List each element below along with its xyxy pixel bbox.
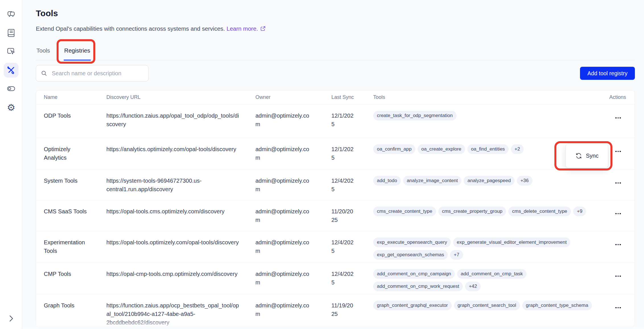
sync-icon	[575, 152, 582, 159]
registry-last-sync: 11/20/2025	[331, 207, 355, 224]
tools-icon	[7, 65, 16, 75]
sidebar-item-library[interactable]	[4, 26, 18, 41]
registry-tools: add_todoanalyze_image_contentanalyze_pag…	[373, 170, 609, 200]
row-actions-menu-button[interactable]	[614, 115, 622, 120]
tool-chip: add_todo	[373, 176, 401, 186]
sidebar-item-content[interactable]	[4, 44, 18, 59]
page-title: Tools	[36, 8, 644, 19]
registry-last-sync: 12/4/2025	[331, 176, 355, 193]
registry-discovery-url: https://function.zaius.app/opal_tool_odp…	[106, 111, 240, 128]
tool-chip-more: +9	[573, 207, 586, 216]
registries-table: Name Discovery URL Owner Last Sync Tools…	[36, 90, 635, 327]
tab-bar: Tools Registries	[36, 47, 635, 60]
registry-owner: admin@optimizely.com	[255, 145, 312, 162]
registry-discovery-url: https://function.zaius.app/ocp_bestbets_…	[106, 301, 240, 327]
registry-name: Experimentation Tools	[44, 238, 94, 255]
registry-owner: admin@optimizely.com	[255, 207, 312, 224]
registry-name: ODP Tools	[44, 111, 94, 120]
registry-tools: exp_execute_opensearch_queryexp_generate…	[373, 231, 609, 263]
registry-name: CMP Tools	[44, 270, 94, 278]
registry-tools: graph_content_graphql_executorgraph_cont…	[373, 294, 609, 327]
tool-chip-more: +36	[517, 176, 532, 186]
registry-last-sync: 12/4/2025	[331, 270, 355, 287]
registry-owner: admin@optimizely.com	[255, 238, 312, 255]
main-content: Tools Extend Opal's capabilities with co…	[22, 0, 644, 329]
tool-chip: add_comment_on_cmp_campaign	[373, 269, 455, 279]
row-actions-menu-button[interactable]	[614, 242, 622, 247]
sidebar-item-toggles[interactable]	[4, 82, 18, 96]
library-icon	[7, 28, 16, 38]
tool-chip: graph_content_type_schema	[522, 301, 592, 310]
sidebar: ⚙	[0, 0, 22, 329]
tool-chip: add_comment_on_cmp_task	[457, 269, 527, 279]
row-actions-menu-button[interactable]	[614, 180, 622, 186]
registry-discovery-url: https://opal-cmp-tools.cmp.optimizely.co…	[106, 270, 240, 278]
registry-discovery-url: https://opal-tools.cms.optimizely.com/di…	[106, 207, 240, 216]
tool-chip: cms_create_property_group	[438, 207, 506, 216]
tool-chip: analyze_image_content	[403, 176, 462, 186]
sidebar-item-tools[interactable]	[4, 63, 18, 78]
registry-discovery-url: https://analytics.optimizely.com/opal-to…	[106, 145, 240, 153]
row-actions-menu-button[interactable]	[614, 305, 622, 310]
page-description: Extend Opal's capabilities with connecti…	[36, 25, 644, 32]
sync-popup: Sync	[565, 144, 608, 168]
tool-chip: exp_get_opensearch_schemas	[373, 250, 448, 260]
tool-chip-more: +42	[465, 282, 481, 291]
tool-chip-more: +7	[450, 250, 463, 260]
registry-discovery-url: https://system-tools-96946727300.us-cent…	[106, 176, 240, 193]
tool-chip: oa_create_explore	[418, 144, 465, 154]
registry-discovery-url: https://opal-tools.optimizely.com/opal-t…	[106, 238, 240, 247]
search-icon	[41, 70, 48, 77]
table-row: System Toolshttps://system-tools-9694672…	[36, 170, 635, 200]
registry-owner: admin@optimizely.com	[255, 301, 312, 318]
row-actions-menu-button[interactable]	[614, 149, 622, 154]
tool-chip: cms_delete_content_type	[508, 207, 571, 216]
search-input[interactable]	[51, 70, 144, 77]
tab-registries[interactable]: Registries	[64, 47, 91, 61]
table-row: ODP Toolshttps://function.zaius.app/opal…	[36, 105, 635, 138]
column-header-last-sync: Last Sync	[331, 94, 373, 100]
chevron-right-icon	[7, 314, 16, 324]
tab-tools[interactable]: Tools	[36, 47, 51, 61]
row-actions-menu-button[interactable]	[614, 211, 622, 216]
registry-name: Optimizely Analytics	[44, 145, 94, 162]
registry-name: System Tools	[44, 176, 94, 185]
tool-chip: analyze_pagespeed	[464, 176, 514, 186]
toggle-icon	[7, 84, 16, 94]
table-row: CMS SaaS Toolshttps://opal-tools.cms.opt…	[36, 200, 635, 231]
registry-tools: cms_create_content_typecms_create_proper…	[373, 200, 609, 231]
table-body: ODP Toolshttps://function.zaius.app/opal…	[36, 105, 635, 327]
external-link-icon	[260, 26, 266, 32]
sync-button[interactable]: Sync	[573, 152, 600, 160]
registry-last-sync: 12/1/2025	[331, 111, 355, 128]
tool-chip: oa_find_entities	[467, 144, 509, 154]
registry-tools: create_task_for_odp_segmentation	[373, 105, 609, 138]
settings-gear-icon: ⚙	[7, 103, 15, 112]
row-actions-menu-button[interactable]	[614, 274, 622, 279]
search-box	[36, 65, 148, 82]
tool-chip: exp_generate_visual_editor_element_impro…	[453, 238, 571, 247]
content-icon	[7, 47, 16, 57]
registry-name: CMS SaaS Tools	[44, 207, 94, 216]
tool-chip: add_comment_on_cmp_work_request	[373, 282, 463, 291]
registry-last-sync: 12/4/2025	[331, 238, 355, 255]
sidebar-collapse-button[interactable]	[4, 311, 18, 326]
tool-chip-more: +2	[511, 144, 524, 154]
chat-icon	[7, 10, 16, 20]
controls-row: Add tool registry	[36, 65, 635, 82]
sidebar-item-chat[interactable]	[4, 7, 18, 22]
table-row: Experimentation Toolshttps://opal-tools.…	[36, 231, 635, 263]
table-row: Graph Toolshttps://function.zaius.app/oc…	[36, 294, 635, 327]
sync-button-label: Sync	[586, 153, 598, 159]
registry-tools: add_comment_on_cmp_campaignadd_comment_o…	[373, 263, 609, 294]
table-row: Optimizely Analyticshttps://analytics.op…	[36, 138, 635, 170]
learn-more-link[interactable]: Learn more.	[226, 25, 258, 32]
tool-chip: create_task_for_odp_segmentation	[373, 111, 457, 120]
table-header: Name Discovery URL Owner Last Sync Tools…	[36, 90, 635, 105]
tool-chip: oa_confirm_app	[373, 144, 415, 154]
sidebar-item-settings[interactable]: ⚙	[4, 100, 18, 115]
add-tool-registry-button[interactable]: Add tool registry	[580, 67, 635, 80]
column-header-actions: Actions	[609, 94, 628, 100]
column-header-tools: Tools	[373, 94, 609, 100]
column-header-owner: Owner	[255, 94, 331, 100]
